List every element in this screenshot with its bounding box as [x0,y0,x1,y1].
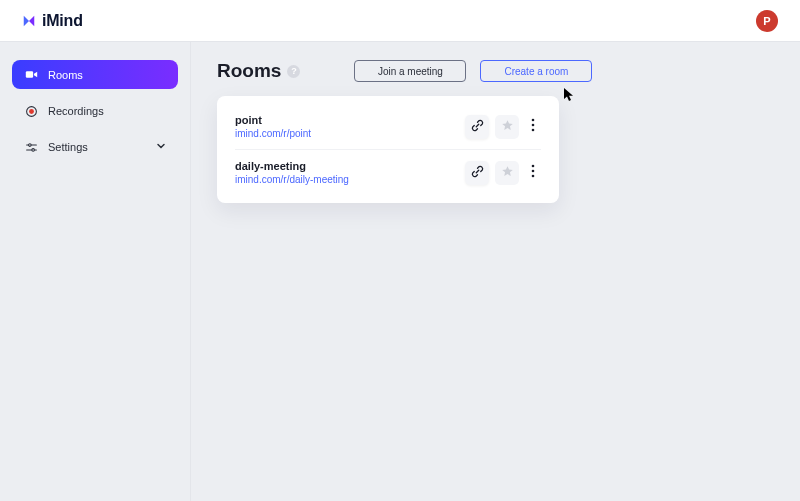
svg-rect-0 [25,71,32,78]
record-icon [24,104,38,118]
svg-point-4 [28,143,31,146]
svg-point-12 [532,174,535,177]
brand-name: iMind [42,12,83,30]
star-icon [501,118,514,136]
link-icon [471,164,484,182]
video-camera-icon [24,68,38,82]
room-actions [465,161,541,185]
favorite-button[interactable] [495,115,519,139]
more-button[interactable] [525,115,541,139]
svg-point-8 [532,123,535,126]
create-room-label: Create a room [504,66,568,77]
sidebar-item-label: Settings [48,141,88,153]
svg-point-11 [532,169,535,172]
svg-point-10 [532,164,535,167]
more-vertical-icon [531,118,535,136]
brand[interactable]: iMind [22,12,83,30]
rooms-card: point imind.com/r/point [217,96,559,203]
sliders-icon [24,140,38,154]
more-vertical-icon [531,164,535,182]
avatar-initial: P [763,15,770,27]
copy-link-button[interactable] [465,115,489,139]
room-url[interactable]: imind.com/r/daily-meeting [235,174,455,185]
more-button[interactable] [525,161,541,185]
favorite-button[interactable] [495,161,519,185]
room-name: point [235,114,455,126]
sidebar-item-rooms[interactable]: Rooms [12,60,178,89]
main-content: Rooms ? Join a meeting Create a room poi… [190,42,800,501]
room-actions [465,115,541,139]
sidebar-item-settings[interactable]: Settings [12,133,178,161]
svg-point-6 [31,148,34,151]
room-name: daily-meeting [235,160,455,172]
svg-point-2 [29,109,34,114]
sidebar-item-label: Recordings [48,105,104,117]
app-header: iMind P [0,0,800,42]
room-row[interactable]: point imind.com/r/point [217,104,559,149]
copy-link-button[interactable] [465,161,489,185]
room-info: daily-meeting imind.com/r/daily-meeting [235,160,455,185]
page-header: Rooms ? Join a meeting Create a room [217,60,774,82]
page-title: Rooms ? [217,60,300,82]
svg-point-7 [532,118,535,121]
create-room-button[interactable]: Create a room [480,60,592,82]
sidebar-item-label: Rooms [48,69,83,81]
room-row[interactable]: daily-meeting imind.com/r/daily-meeting [235,149,541,195]
join-meeting-label: Join a meeting [378,66,443,77]
page-title-text: Rooms [217,60,281,82]
link-icon [471,118,484,136]
help-icon[interactable]: ? [287,65,300,78]
avatar[interactable]: P [756,10,778,32]
room-info: point imind.com/r/point [235,114,455,139]
join-meeting-button[interactable]: Join a meeting [354,60,466,82]
sidebar: Rooms Recordings Settings [0,42,190,501]
brand-logo-icon [22,14,36,28]
svg-point-9 [532,128,535,131]
chevron-down-icon [156,141,166,153]
sidebar-item-recordings[interactable]: Recordings [12,97,178,125]
room-url[interactable]: imind.com/r/point [235,128,455,139]
star-icon [501,164,514,182]
